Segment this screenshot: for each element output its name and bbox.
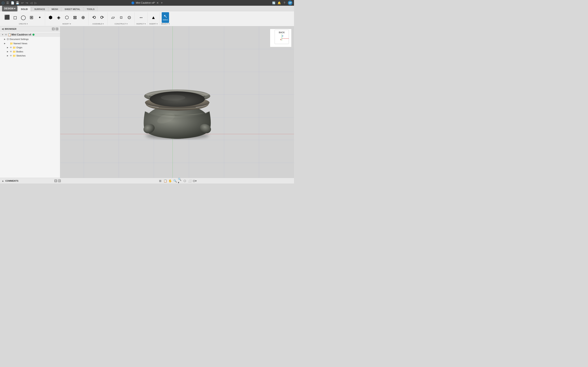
browser-expand-btn[interactable]: ▷	[56, 27, 58, 30]
back-button[interactable]: BACK X Z	[270, 29, 292, 47]
construct-label[interactable]: CONSTRUCT ▾	[114, 23, 128, 25]
copy-icon[interactable]: 📋	[163, 179, 167, 183]
nav-forward[interactable]: ▷	[34, 1, 38, 5]
comments-expand-btn[interactable]: ▷	[58, 179, 61, 182]
tab-tools[interactable]: TOOLS	[84, 7, 98, 11]
sketches-eye[interactable]: 👁	[9, 54, 12, 57]
doc-title: Mini Cauldron v4*	[136, 1, 155, 4]
origin-eye[interactable]: 👁	[9, 46, 12, 49]
create-extrude-btn[interactable]: ◻	[11, 12, 19, 23]
cauldron-3d-model	[130, 63, 224, 141]
create-pattern-btn[interactable]: ⊞	[28, 12, 35, 23]
tab-solid[interactable]: SOLID	[18, 7, 31, 11]
bodies-eye[interactable]: 👁	[9, 50, 12, 53]
status-controls: ⊞ 📋 ✋ 🔍 🔍▾ ⬡ ⬜ ⊡▾	[62, 179, 292, 183]
origin-folder: 📁	[13, 46, 16, 49]
notification-bell[interactable]: 🔔	[277, 1, 281, 5]
create-label[interactable]: CREATE ▾	[19, 23, 27, 25]
bodies-folder: 📁	[13, 50, 16, 53]
pan-icon[interactable]: ✋	[168, 179, 172, 183]
construct-point-btn[interactable]: ⊙	[126, 12, 133, 23]
modify-draft-btn[interactable]: ⊠	[71, 12, 79, 23]
modify-label[interactable]: MODIFY ▾	[62, 23, 71, 25]
undo-redo-group: ↩ ↪ ◁ ▷	[20, 1, 38, 5]
ribbon-group-insert: ▲ INSERT ▾	[148, 12, 159, 25]
tree-item-bodies[interactable]: ▶ 👁 📁 Bodies	[0, 50, 60, 54]
modify-shell-btn[interactable]: ⬡	[63, 12, 70, 23]
create-revolve-btn[interactable]: ◯	[20, 12, 27, 23]
tab-mesh[interactable]: MESH	[49, 7, 61, 11]
select-label[interactable]: SELECT ▾	[161, 23, 170, 25]
tree-item-origin[interactable]: ▶ 👁 📁 Origin	[0, 45, 60, 50]
ribbon-group-select: ↖ Select SELECT ▾	[159, 12, 171, 25]
assemble-asbuilt-btn[interactable]: ⟳	[98, 12, 106, 23]
assemble-items: ⟲ ⟳	[90, 12, 106, 23]
comments-title: COMMENTS	[5, 180, 18, 182]
ribbon-tabs: DESIGN ▾ SOLID SURFACE MESH SHEET METAL …	[0, 6, 294, 11]
ribbon-group-assemble: ⟲ ⟳ ASSEMBLE ▾	[89, 12, 108, 25]
file-menu[interactable]: 📄	[11, 1, 14, 5]
insert-btn[interactable]: ▲	[150, 12, 157, 23]
doc-settings-label: Document Settings	[9, 38, 29, 40]
browser-pin-btn[interactable]: ●	[52, 27, 55, 30]
ribbon-content: ⬛ ◻ ◯ ⊞ ✦ CREATE ▾	[0, 11, 294, 26]
display-mode-icon[interactable]: ⬜	[188, 179, 192, 183]
construct-plane-btn[interactable]: ▱	[109, 12, 117, 23]
grid-toggle-icon[interactable]: ⊞	[158, 179, 162, 183]
sketches-folder: 📁	[13, 54, 16, 57]
inspect-measure-btn[interactable]: ↔	[138, 12, 145, 23]
app-icon[interactable]: ⬡	[2, 1, 4, 5]
nav-back[interactable]: ◁	[29, 1, 33, 5]
hamburger-menu[interactable]: ☰	[6, 1, 9, 5]
sketches-label: Sketches	[16, 54, 26, 57]
refresh-icon[interactable]: 🔄	[272, 1, 276, 5]
comments-controls: ● ▷	[54, 179, 61, 182]
bodies-label: Bodies	[16, 50, 23, 53]
create-more-btn[interactable]: ✦	[36, 12, 43, 23]
redo-button[interactable]: ↪	[25, 1, 29, 5]
comments-pin-btn[interactable]: ●	[54, 179, 57, 182]
tree-item-doc-settings[interactable]: ▶ ⚙ Document Settings	[0, 37, 60, 42]
zoom-dropdown-icon[interactable]: 🔍▾	[178, 179, 182, 183]
insert-label[interactable]: INSERT ▾	[149, 23, 157, 25]
insert-items: ▲	[150, 12, 157, 23]
browser-title-text: BROWSER	[5, 28, 16, 30]
tree-item-named-views[interactable]: ▶ 👁 📁 Named Views	[0, 42, 60, 45]
grid-settings-icon[interactable]: ⊡▾	[192, 179, 197, 183]
browser-tree: ▼ 👁 📋 Mini Cauldron v4 ▶ ⚙ Document Sett…	[0, 32, 60, 178]
viewport[interactable]: BACK X Z	[60, 26, 294, 178]
design-dropdown[interactable]: DESIGN ▾	[2, 6, 17, 11]
new-tab-button[interactable]: +	[161, 1, 163, 5]
assemble-joint-btn[interactable]: ⟲	[90, 12, 98, 23]
help-icon[interactable]: ?	[283, 1, 286, 5]
modify-move-btn[interactable]: ⊕	[79, 12, 87, 23]
root-eye[interactable]: 👁	[4, 33, 7, 36]
ribbon-group-create: ⬛ ◻ ◯ ⊞ ✦ CREATE ▾	[2, 12, 45, 25]
construct-axis-btn[interactable]: ⊡	[117, 12, 125, 23]
tab-surface[interactable]: SURFACE	[31, 7, 48, 11]
save-button[interactable]: 💾	[16, 1, 19, 5]
undo-button[interactable]: ↩	[20, 1, 25, 5]
tree-item-root[interactable]: ▼ 👁 📋 Mini Cauldron v4	[0, 33, 60, 37]
title-bar-left: ⬡ ☰ 📄 💾 ↩ ↪ ◁ ▷	[2, 1, 38, 5]
ribbon-group-inspect: ↔ INSPECT ▾	[135, 12, 148, 25]
tab-sheet-metal[interactable]: SHEET METAL	[61, 7, 83, 11]
inspect-label[interactable]: INSPECT ▾	[136, 23, 146, 25]
modify-press-pull-btn[interactable]: ⬢	[47, 12, 54, 23]
origin-arrow: ▶	[6, 46, 9, 49]
select-items: ↖ Select	[162, 12, 169, 23]
create-new-component-btn[interactable]: ⬛	[3, 12, 11, 23]
status-bar: ▲ COMMENTS ● ▷ ⊞ 📋 ✋ 🔍 🔍▾ ⬡ ⬜ ⊡▾	[0, 178, 294, 184]
z-axis-label: Z	[282, 35, 283, 37]
close-tab-icon[interactable]: ✕	[156, 1, 159, 4]
tree-item-sketches[interactable]: ▶ 👁 📁 Sketches	[0, 54, 60, 58]
user-avatar[interactable]: SP	[288, 1, 292, 5]
browser-collapse-icon[interactable]: ◀	[2, 27, 3, 30]
view-cube-icon[interactable]: ⬡	[183, 179, 187, 183]
named-views-folder: 📁	[10, 42, 13, 45]
modify-fillet-btn[interactable]: ◈	[55, 12, 62, 23]
zoom-icon[interactable]: 🔍	[173, 179, 177, 183]
select-btn[interactable]: ↖ Select	[162, 12, 169, 23]
comments-collapse-icon[interactable]: ▲	[2, 179, 4, 182]
assemble-label[interactable]: ASSEMBLE ▾	[92, 23, 104, 25]
